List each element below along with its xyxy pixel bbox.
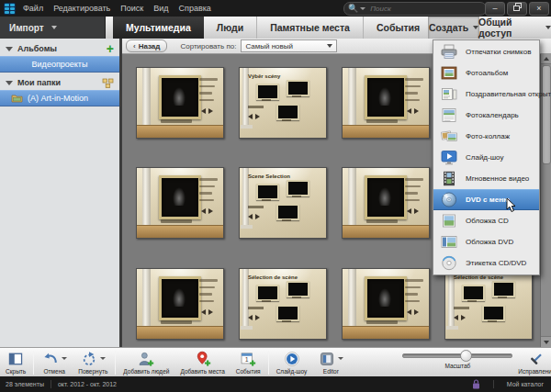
restore-icon [513, 3, 522, 11]
folders-header-label: Мои папки [17, 78, 61, 87]
share-button[interactable]: Общий доступ [478, 17, 551, 39]
dvd-template-thumbnail[interactable] [342, 67, 430, 139]
scrollbar-thumb[interactable] [542, 65, 551, 164]
folder-icon [11, 94, 23, 103]
albums-header[interactable]: Альбомы + [0, 41, 119, 56]
rotate-button[interactable]: Повернуть [73, 348, 113, 377]
menu-item-dvd-jacket[interactable]: Обложка DVD [433, 231, 539, 252]
tab-events[interactable]: События [364, 17, 433, 39]
dvd-template-thumbnail[interactable]: Sélection de scène [444, 268, 533, 340]
cat-artwork [173, 87, 186, 106]
menu-edit[interactable]: Редактировать [53, 4, 110, 13]
svg-text:1: 1 [245, 355, 249, 362]
app-logo-icon [4, 3, 16, 15]
import-button[interactable]: Импорт [0, 17, 106, 39]
sort-dropdown-caret-icon [327, 44, 332, 48]
menu-item-photo-calendar[interactable]: Фотокалендарь [433, 105, 539, 126]
folder-label: (А) Art-in-Motion [28, 94, 88, 103]
zoom-slider[interactable] [402, 353, 512, 358]
dvd-menu-icon [440, 192, 458, 207]
sidebar-item-video-projects[interactable]: Видеопроекты [0, 56, 119, 73]
left-sidebar: Альбомы + Видеопроекты Мои папки (А) Art… [0, 39, 122, 347]
back-button[interactable]: ‹ Назад [126, 39, 167, 52]
photo-collage-icon [440, 129, 458, 144]
tab-places[interactable]: Памятные места [257, 17, 364, 39]
search-input[interactable] [368, 4, 464, 14]
sidebar-item-art-in-motion[interactable]: (А) Art-in-Motion [0, 90, 119, 106]
folder-tree-icon[interactable] [102, 78, 114, 88]
undo-icon [41, 351, 60, 367]
menu-item-photo-collage[interactable]: Фото-коллаж [433, 126, 539, 147]
sort-by-label: Сортировать по: [180, 42, 236, 50]
dvd-template-thumbnail[interactable] [136, 167, 224, 239]
back-chevron-icon: ‹ [133, 42, 136, 50]
search-box[interactable]: 🔍 [343, 2, 487, 16]
menu-item-greeting-card[interactable]: Поздравительная открытка [433, 84, 539, 105]
add-event-button[interactable]: 1 События [231, 348, 266, 377]
sort-order-value: Самый новый [245, 42, 293, 50]
scroll-up-button[interactable] [541, 53, 551, 64]
mouse-cursor-icon [506, 198, 517, 213]
collapse-triangle-icon[interactable] [6, 47, 13, 51]
menu-view[interactable]: Вид [153, 4, 168, 13]
undo-button[interactable]: Отмена [36, 348, 73, 377]
zoom-slider-knob[interactable] [460, 350, 472, 362]
catalog-name[interactable]: Мой каталог [507, 381, 544, 387]
rotate-dropdown-caret-icon[interactable] [100, 357, 106, 360]
dvd-template-thumbnail[interactable]: Scene Selection [239, 167, 327, 239]
close-button[interactable]: × [529, 2, 549, 16]
add-places-button[interactable]: Добавить места [174, 348, 230, 377]
add-people-button[interactable]: Добавить людей [118, 348, 174, 377]
slideshow-icon [440, 150, 458, 165]
printer-icon [440, 44, 458, 60]
create-dropdown-menu: Отпечатки снимков Фотоальбом Поздравител… [433, 39, 540, 275]
search-options-caret-icon[interactable] [360, 7, 365, 10]
add-album-button[interactable]: + [107, 43, 114, 54]
minimize-button[interactable]: – [485, 2, 505, 16]
create-button[interactable]: Создать [428, 17, 479, 39]
dvd-template-thumbnail[interactable]: Výběr scény [239, 67, 327, 139]
dvd-template-thumbnail[interactable] [342, 268, 430, 340]
back-label: Назад [139, 42, 161, 50]
scroll-down-button[interactable] [541, 336, 551, 347]
import-label: Импорт [9, 23, 44, 33]
event-icon: 1 [239, 351, 257, 367]
tab-media[interactable]: Мультимедиа [113, 17, 204, 39]
zoom-control: Масштаб [402, 348, 512, 377]
menu-item-cd-jacket[interactable]: Обложка CD [433, 210, 539, 231]
restore-button[interactable] [507, 2, 527, 16]
slideshow-button[interactable]: Слайд-шоу [271, 348, 313, 377]
scroll-up-icon [544, 57, 549, 61]
dvd-template-thumbnail[interactable] [136, 67, 224, 139]
menu-item-cd-dvd-label[interactable]: Этикетка CD/DVD [433, 252, 539, 274]
editor-dropdown-caret-icon[interactable] [338, 357, 343, 360]
menu-find[interactable]: Поиск [120, 4, 143, 13]
hide-panel-button[interactable]: Скрыть [0, 348, 31, 377]
tab-people[interactable]: Люди [204, 17, 257, 39]
scene-heading: Scene Selection [248, 174, 290, 179]
title-bar: Файл Редактировать Поиск Вид Справка 🔍 –… [0, 0, 551, 17]
dvd-template-thumbnail[interactable]: Sélection de scène [239, 268, 327, 340]
undo-dropdown-caret-icon[interactable] [62, 357, 67, 360]
menu-item-photo-prints[interactable]: Отпечатки снимков [433, 41, 539, 62]
zoom-label: Масштаб [444, 363, 470, 369]
collapse-triangle-icon[interactable] [6, 81, 13, 85]
menu-help[interactable]: Справка [179, 4, 211, 13]
menu-item-slideshow[interactable]: Слайд-шоу [433, 147, 539, 168]
dvd-template-thumbnail[interactable] [136, 268, 224, 340]
editor-button[interactable]: Editor [312, 348, 349, 377]
item-count: 28 элементы [6, 381, 44, 387]
add-person-icon [137, 351, 155, 367]
photo-calendar-icon [440, 107, 458, 123]
import-caret-icon [51, 26, 57, 29]
menu-file[interactable]: Файл [23, 4, 43, 13]
menu-item-photo-book[interactable]: Фотоальбом [433, 62, 539, 84]
menu-item-instant-movie[interactable]: Мгновенное видео [433, 168, 539, 189]
sort-order-dropdown[interactable]: Самый новый [241, 39, 337, 52]
search-icon: 🔍 [348, 5, 358, 13]
cd-dvd-label-icon [440, 255, 458, 271]
menu-item-dvd-with-menu[interactable]: DVD с меню [433, 189, 539, 210]
dvd-template-thumbnail[interactable] [342, 167, 430, 239]
folders-header[interactable]: Мои папки [0, 75, 119, 90]
instant-fix-button[interactable]: Исправления [512, 348, 551, 377]
